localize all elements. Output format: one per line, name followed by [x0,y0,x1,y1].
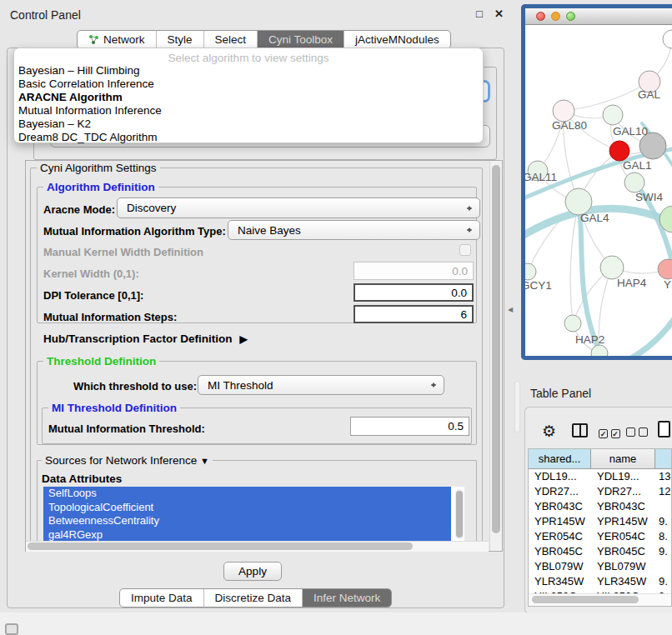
spinner-arrows-icon [466,225,473,235]
column-header-name[interactable]: name [591,449,655,468]
minimize-traffic-light[interactable] [551,12,560,21]
column-header-shared[interactable]: shared... [529,449,591,468]
table-cell[interactable]: YBR043C [591,499,655,514]
collapsed-panel-icon[interactable] [5,623,18,635]
zoom-traffic-light[interactable] [566,12,575,21]
table-cell[interactable]: 12 [655,484,671,499]
tab-select[interactable]: Select [204,31,258,48]
network-node-gcy1[interactable] [525,263,536,280]
tab-jactivemnodules[interactable]: jActiveMNodules [344,31,450,48]
hub-definition-toggle[interactable]: Hub/Transcription Factor Definition▶ [43,332,248,345]
mi-threshold-field[interactable]: 0.5 [350,417,469,436]
table-cell[interactable]: YPR145W [529,514,591,529]
splitter-collapse-icon[interactable]: ◀ [508,306,513,313]
expand-arrow-icon: ▶ [240,333,248,345]
algorithm-option-bayesian-k2[interactable]: Bayesian – K2 [18,118,91,131]
gear-icon[interactable]: ⚙ [542,422,556,441]
table-cell[interactable]: YLR345W [529,574,591,589]
mi-type-select[interactable]: Naive Bayes [228,220,480,240]
attribute-item-selfloops[interactable]: SelfLoops [43,487,451,501]
network-node-gal1[interactable] [609,141,629,161]
sources-toggle[interactable]: Sources for Network Inference ▼ [42,454,213,467]
table-row[interactable]: YPR145WYPR145W9. [529,514,671,529]
network-node-hap4[interactable] [600,256,624,279]
network-canvas[interactable]: GALGAL80GAL10GAL1GAL11SWI4GAL4GCY1HAP4YH… [525,25,672,357]
table-cell[interactable]: YBR043C [529,499,591,514]
settings-vertical-scrollbar-thumb[interactable] [492,165,500,533]
table-cell[interactable]: YPR145W [591,514,655,529]
table-cell[interactable]: 8. [655,529,671,544]
table-row[interactable]: YDR27...YDR27...12 [529,484,671,499]
network-edge[interactable] [564,82,649,111]
network-window-titlebar[interactable] [525,8,672,25]
table-cell[interactable]: YLR345W [591,574,655,589]
table-cell[interactable]: YER054C [591,529,655,544]
table-cell[interactable]: YDR27... [591,484,655,499]
network-view-window[interactable]: GALGAL80GAL10GAL1GAL11SWI4GAL4GCY1HAP4YH… [521,4,672,360]
aracne-mode-select[interactable]: Discovery [117,198,480,218]
table-cell[interactable]: YBL079W [591,559,655,574]
table-cell[interactable]: YBL079W [529,559,591,574]
algorithm-option-mutual-information-inference[interactable]: Mutual Information Inference [18,104,162,118]
table-row[interactable]: YBR045CYBR045C9. [529,544,671,559]
table-row[interactable]: YBL079WYBL079W [529,559,671,574]
tab-style[interactable]: Style [157,31,204,48]
table-cell[interactable]: 13 [655,469,671,484]
table-cell[interactable]: 9. [655,544,671,559]
algorithm-option-bayesian-hill-climbing[interactable]: Bayesian – Hill Climbing [18,64,140,78]
table-row[interactable]: YDL19...YDL19...13 [529,469,671,484]
float-window-icon[interactable]: □ [476,8,483,20]
node-label: GAL11 [525,171,557,183]
columns-icon[interactable] [572,423,588,438]
table-cell[interactable]: YER054C [529,529,591,544]
network-edge[interactable] [570,202,579,323]
deselect-all-checks-icon[interactable] [626,427,648,439]
threshold-title: Threshold Definition [43,355,159,368]
table-cell[interactable]: YBR045C [591,544,655,559]
algorithm-option-basic-correlation-inference[interactable]: Basic Correlation Inference [18,78,154,91]
column-header-2[interactable] [655,449,671,468]
table-cell[interactable]: YBR045C [529,544,591,559]
network-node-hap2[interactable] [564,315,581,332]
table-cell[interactable]: YDL19... [591,469,655,484]
attribute-item-betweennesscentrality[interactable]: BetweennessCentrality [43,514,451,528]
table-cell[interactable]: 9. [655,574,671,589]
attribute-item-gal4rgexp[interactable]: gal4RGexp [43,528,451,542]
network-node[interactable] [663,30,672,48]
table-row[interactable]: YBR043CYBR043C [529,499,671,514]
mi-steps-field[interactable]: 6 [354,305,474,323]
network-node-y[interactable] [658,259,672,279]
node-label: GAL [638,88,661,101]
algorithm-option-dream8-dc-tdc-algorithm[interactable]: Dream8 DC_TDC Algorithm [18,131,158,144]
splitter-handle[interactable] [514,381,520,432]
attributes-scrollbar-thumb[interactable] [456,491,463,538]
table-cell[interactable]: YDL19... [529,469,591,484]
algorithm-option-aracne-algorithm[interactable]: ARACNE Algorithm [18,91,123,104]
kernel-width-field[interactable]: 0.0 [354,262,474,280]
new-column-icon[interactable] [658,421,670,438]
tab-cyni-toolbox[interactable]: Cyni Toolbox [258,31,344,48]
tab-infer-network[interactable]: Infer Network [303,589,391,607]
table-cell[interactable]: YDR27... [529,484,591,499]
table-cell[interactable]: 9. [655,514,671,529]
close-icon[interactable]: ✕ [494,8,504,20]
table-row[interactable]: YLR345WYLR345W9. [529,574,671,589]
close-traffic-light[interactable] [536,12,545,21]
network-node-gal10[interactable] [603,105,623,125]
attribute-item-topologicalcoefficient[interactable]: TopologicalCoefficient [43,501,451,515]
table-row[interactable]: YER054CYER054C8. [529,529,671,544]
apply-button[interactable]: Apply [223,562,282,581]
network-node-swi4[interactable] [624,172,644,192]
manual-kernel-checkbox[interactable] [459,244,471,256]
tab-impute-data[interactable]: Impute Data [120,589,204,607]
table-cell[interactable] [655,559,671,574]
settings-horizontal-scrollbar-thumb[interactable] [28,542,413,550]
table-horizontal-scrollbar-thumb[interactable] [532,596,639,603]
which-threshold-select[interactable]: MI Threshold [198,375,444,395]
network-node[interactable] [591,345,608,357]
table-cell[interactable] [655,499,671,514]
dpi-tolerance-field[interactable]: 0.0 [354,283,474,302]
tab-network[interactable]: Network [78,31,157,48]
tab-discretize-data[interactable]: Discretize Data [204,589,303,607]
select-all-checks-icon[interactable]: ✓ ✓ [599,427,620,439]
